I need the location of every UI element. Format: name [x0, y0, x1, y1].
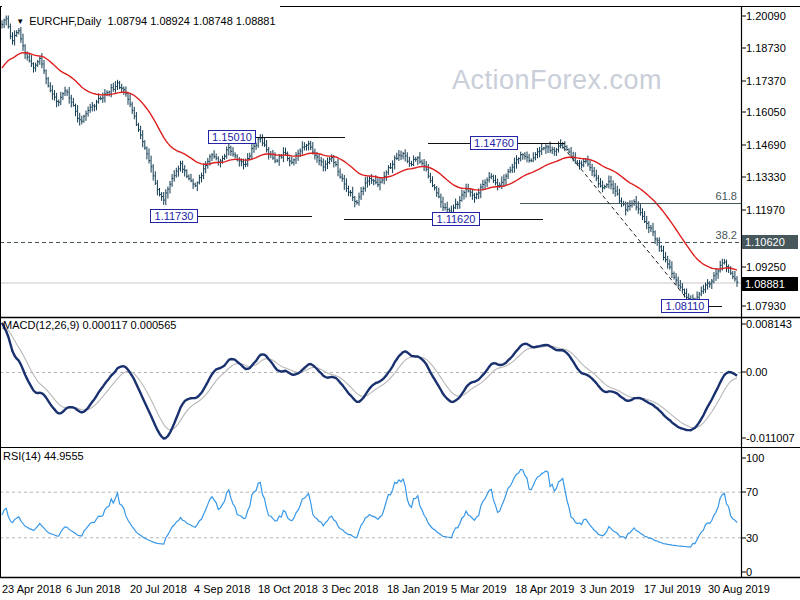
date-axis-label: 18 Apr 2019 [515, 582, 574, 596]
price-axis-label: 1.18730 [746, 41, 786, 55]
price-tag-1-11730[interactable]: 1.11730 [150, 209, 198, 223]
date-axis-label: 17 Jul 2019 [644, 582, 701, 596]
price-tag-1-08110[interactable]: 1.08110 [661, 299, 709, 313]
date-axis-label: 3 Dec 2018 [322, 582, 378, 596]
price-tag-1-15010[interactable]: 1.15010 [208, 130, 256, 144]
date-axis-label: 3 Jun 2019 [580, 582, 634, 596]
price-axis-label: 1.09250 [746, 260, 786, 274]
price-axis-label: 1.14690 [746, 138, 786, 152]
collapse-indicator-icon[interactable]: ▼ [16, 15, 24, 29]
price-tag-1-11620[interactable]: 1.11620 [432, 212, 480, 226]
date-axis-label: 20 Jul 2018 [130, 582, 187, 596]
rsi-axis-label: 30 [746, 531, 758, 545]
axis-chip-last-price: 1.08881 [742, 277, 798, 291]
date-axis-label: 23 Apr 2018 [2, 582, 61, 596]
macd-axis-label: 0.00 [746, 365, 767, 379]
date-axis-label: 30 Aug 2019 [708, 582, 770, 596]
chart-window: ▼EURCHF,Daily 1.08794 1.08924 1.08748 1.… [0, 0, 800, 600]
fib-618-label: 61.8 [695, 190, 737, 202]
price-axis-label: 1.16050 [746, 105, 786, 119]
price-axis-label: 1.17370 [746, 74, 786, 88]
chart-title: EURCHF,Daily 1.08794 1.08924 1.08748 1.0… [29, 15, 275, 27]
price-axis-label: 1.11970 [746, 203, 785, 217]
macd-indicator-label: MACD(12,26,9) 0.000117 0.000565 [3, 319, 176, 331]
date-axis-label: 4 Sep 2018 [194, 582, 250, 596]
price-axis-label: 1.13330 [746, 170, 786, 184]
date-axis-label: 5 Mar 2019 [451, 582, 507, 596]
rsi-axis-label: 70 [746, 485, 758, 499]
rsi-indicator-label: RSI(14) 44.9555 [3, 450, 84, 462]
axis-chip-level: 1.10620 [742, 235, 798, 249]
price-tag-1-14760[interactable]: 1.14760 [470, 136, 518, 150]
date-axis-label: 18 Oct 2018 [258, 582, 318, 596]
rsi-axis-label: 0 [746, 565, 752, 579]
fib-382-label: 38.2 [695, 229, 737, 241]
price-axis-label: 1.20090 [746, 9, 786, 23]
macd-axis-label: -0.011007 [746, 431, 795, 445]
chart-title-bar: ▼EURCHF,Daily 1.08794 1.08924 1.08748 1.… [2, 0, 280, 14]
rsi-axis-label: 100 [746, 451, 764, 465]
watermark: ActionForex.com [452, 65, 662, 96]
price-axis-label: 1.07930 [746, 299, 786, 313]
date-axis-label: 18 Jan 2019 [387, 582, 448, 596]
macd-axis-label: 0.008143 [746, 317, 792, 331]
date-axis-label: 6 Jun 2018 [66, 582, 120, 596]
